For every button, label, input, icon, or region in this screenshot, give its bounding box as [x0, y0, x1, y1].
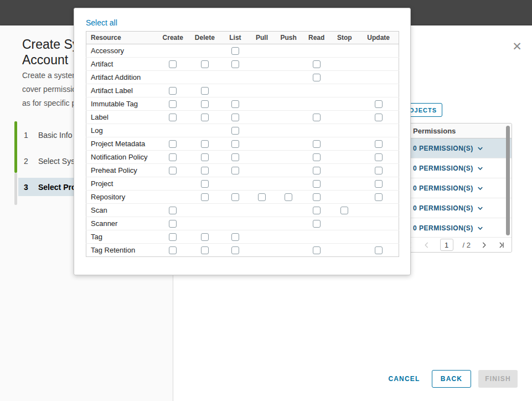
select-all-link[interactable]: Select all	[86, 18, 117, 27]
permissions-count-label: 0 PERMISSION(S)	[413, 224, 473, 232]
checkbox-project-metadata-read[interactable]	[313, 140, 321, 148]
step-progress-bar-remaining	[14, 173, 17, 205]
checkbox-project-delete[interactable]	[201, 180, 209, 188]
checkbox-project-metadata-update[interactable]	[375, 140, 383, 148]
checkbox-artifact-create[interactable]	[169, 60, 177, 68]
checkbox-repository-list[interactable]	[231, 193, 239, 201]
checkbox-project-update[interactable]	[375, 180, 383, 188]
checkbox-label-create[interactable]	[169, 114, 177, 121]
permissions-dropdown-toggle[interactable]: 0 PERMISSION(S)	[413, 224, 483, 232]
finish-button[interactable]: FINISH	[478, 370, 518, 388]
checkbox-scan-stop[interactable]	[340, 207, 348, 214]
checkbox-label-list[interactable]	[231, 114, 239, 121]
chevron-down-icon	[477, 146, 483, 152]
resource-row-tag-retention: Tag Retention	[86, 244, 399, 257]
close-icon[interactable]: ✕	[509, 39, 525, 54]
resource-row-accessory: Accessory	[86, 44, 399, 58]
checkbox-preheat-policy-create[interactable]	[169, 167, 177, 174]
checkbox-preheat-policy-update[interactable]	[375, 167, 383, 174]
checkbox-preheat-policy-delete[interactable]	[201, 167, 209, 174]
checkbox-immutable-tag-create[interactable]	[169, 100, 177, 108]
column-header-push: Push	[275, 32, 302, 44]
checkbox-repository-pull[interactable]	[258, 193, 266, 201]
checkbox-immutable-tag-delete[interactable]	[201, 100, 209, 108]
resource-row-artifact-addition: Artifact Addition	[86, 71, 399, 84]
checkbox-artifact-read[interactable]	[313, 60, 321, 68]
resource-row-project: Project	[86, 177, 399, 191]
resource-row-artifact: Artifact	[86, 58, 399, 71]
step-number: 1	[18, 131, 32, 140]
checkbox-tag-retention-create[interactable]	[169, 246, 177, 254]
wizard-description-line: cover permission	[22, 83, 81, 96]
resource-label: Preheat Policy	[86, 164, 158, 177]
previous-page-button[interactable]	[423, 241, 431, 249]
last-page-icon	[498, 241, 505, 249]
resource-label: Artifact	[86, 58, 158, 71]
back-button[interactable]: BACK	[432, 370, 471, 388]
table-scrollbar[interactable]	[506, 126, 510, 235]
resource-row-project-metadata: Project Metadata	[86, 137, 399, 151]
checkbox-project-metadata-list[interactable]	[231, 140, 239, 148]
checkbox-accessory-list[interactable]	[231, 47, 239, 55]
permissions-dropdown-toggle[interactable]: 0 PERMISSION(S)	[413, 204, 483, 212]
permissions-popover: Select all ResourceCreateDeleteListPullP…	[74, 8, 411, 275]
checkbox-tag-retention-read[interactable]	[313, 246, 321, 254]
step-label: Select Sys	[32, 157, 75, 166]
checkbox-scanner-read[interactable]	[313, 220, 321, 228]
checkbox-notification-policy-delete[interactable]	[201, 153, 209, 161]
checkbox-label-update[interactable]	[375, 114, 383, 121]
checkbox-project-read[interactable]	[313, 180, 321, 188]
cancel-button[interactable]: CANCEL	[382, 370, 426, 388]
checkbox-repository-read[interactable]	[313, 193, 321, 201]
step-number: 2	[18, 157, 32, 166]
checkbox-notification-policy-read[interactable]	[313, 153, 321, 161]
checkbox-log-list[interactable]	[231, 127, 239, 135]
checkbox-artifact-label-delete[interactable]	[201, 87, 209, 95]
checkbox-tag-retention-delete[interactable]	[201, 246, 209, 254]
page-input[interactable]	[440, 239, 453, 251]
checkbox-preheat-policy-read[interactable]	[313, 167, 321, 174]
resource-row-scan: Scan	[86, 204, 399, 217]
resource-row-notification-policy: Notification Policy	[86, 151, 399, 164]
permissions-dropdown-toggle[interactable]: 0 PERMISSION(S)	[413, 164, 483, 172]
checkbox-artifact-list[interactable]	[231, 60, 239, 68]
checkbox-tag-create[interactable]	[169, 233, 177, 241]
column-header-create: Create	[158, 32, 188, 44]
checkbox-scanner-create[interactable]	[169, 220, 177, 228]
checkbox-repository-update[interactable]	[375, 193, 383, 201]
step-label: Basic Info	[32, 131, 72, 140]
checkbox-tag-delete[interactable]	[201, 233, 209, 241]
resource-row-log: Log	[86, 124, 399, 137]
resource-matrix-body: AccessoryArtifactArtifact AdditionArtifa…	[86, 44, 399, 257]
checkbox-repository-push[interactable]	[285, 193, 292, 201]
checkbox-tag-list[interactable]	[231, 233, 239, 241]
checkbox-tag-retention-update[interactable]	[375, 246, 383, 254]
checkbox-artifact-delete[interactable]	[201, 60, 209, 68]
permissions-dropdown-toggle[interactable]: 0 PERMISSION(S)	[413, 184, 483, 192]
checkbox-scan-create[interactable]	[169, 207, 177, 214]
permissions-dropdown-toggle[interactable]: 0 PERMISSION(S)	[413, 145, 483, 152]
resource-label: Artifact Label	[86, 84, 158, 97]
next-page-button[interactable]	[480, 241, 488, 249]
checkbox-project-metadata-create[interactable]	[169, 140, 177, 148]
checkbox-notification-policy-list[interactable]	[231, 153, 239, 161]
checkbox-project-metadata-delete[interactable]	[201, 140, 209, 148]
checkbox-notification-policy-update[interactable]	[375, 153, 383, 161]
checkbox-immutable-tag-list[interactable]	[231, 100, 239, 108]
checkbox-tag-retention-list[interactable]	[231, 246, 239, 254]
wizard-description-line: as for specific pr	[22, 96, 81, 110]
checkbox-notification-policy-create[interactable]	[169, 153, 177, 161]
checkbox-artifact-label-create[interactable]	[169, 87, 177, 95]
checkbox-artifact-addition-read[interactable]	[313, 74, 321, 81]
checkbox-label-read[interactable]	[313, 114, 321, 121]
checkbox-preheat-policy-list[interactable]	[231, 167, 239, 174]
resource-row-repository: Repository	[86, 191, 399, 204]
resource-row-scanner: Scanner	[86, 217, 399, 230]
column-header-pull: Pull	[249, 32, 275, 44]
checkbox-immutable-tag-update[interactable]	[375, 100, 383, 108]
last-page-button[interactable]	[497, 241, 505, 249]
checkbox-label-delete[interactable]	[201, 114, 209, 121]
resource-matrix-table: ResourceCreateDeleteListPullPushReadStop…	[86, 31, 399, 257]
checkbox-scan-read[interactable]	[313, 207, 321, 214]
checkbox-repository-delete[interactable]	[201, 193, 209, 201]
